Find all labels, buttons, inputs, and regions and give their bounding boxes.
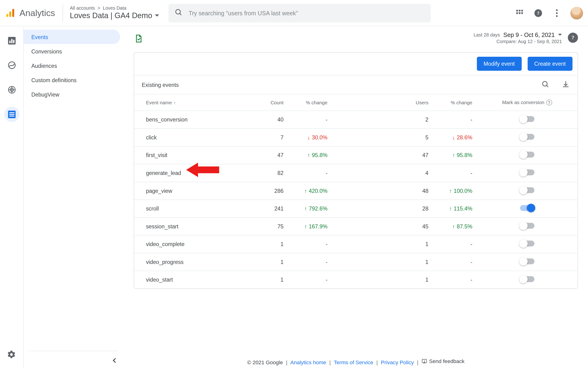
conversion-toggle[interactable] <box>520 258 534 264</box>
conversion-toggle[interactable] <box>520 276 534 282</box>
table-row[interactable]: click7 30.0%5 28.6% <box>134 129 577 147</box>
feedback-icon[interactable]: Send feedback <box>421 358 464 364</box>
footer-link-privacy[interactable]: Privacy Policy <box>381 359 414 365</box>
col-event-name[interactable]: Event name↑ <box>134 94 248 111</box>
count-cell: 47 <box>248 147 288 164</box>
conversion-toggle[interactable] <box>520 205 534 211</box>
count-change-cell: 167.9% <box>288 218 332 235</box>
rail-reports-icon[interactable] <box>4 33 19 48</box>
top-bar-actions: ? <box>515 7 583 19</box>
event-name-cell[interactable]: click <box>134 129 248 147</box>
subnav-item-events[interactable]: Events <box>24 30 120 44</box>
svg-point-3 <box>176 9 180 14</box>
users-change-cell: - <box>433 164 477 182</box>
svg-rect-10 <box>521 12 523 14</box>
table-row[interactable]: video_complete1-1- <box>134 235 577 253</box>
subnav-item-audiences[interactable]: Audiences <box>24 58 120 73</box>
svg-point-15 <box>556 15 558 17</box>
more-vert-icon[interactable] <box>552 8 562 18</box>
admin-gear-icon[interactable] <box>7 350 16 360</box>
users-change-cell: - <box>433 235 477 253</box>
help-tooltip-icon[interactable]: ? <box>546 100 552 105</box>
conversion-toggle[interactable] <box>520 116 534 122</box>
help-icon[interactable]: ? <box>533 8 543 18</box>
conversion-toggle[interactable] <box>520 241 534 247</box>
avatar[interactable] <box>570 7 583 19</box>
event-name-cell[interactable]: first_visit <box>134 147 248 164</box>
users-change-cell: - <box>433 271 477 288</box>
svg-point-14 <box>556 12 558 14</box>
apps-grid-icon[interactable] <box>515 8 525 18</box>
event-name-cell[interactable]: scroll <box>134 200 248 218</box>
top-bar: Analytics All accounts > Loves Data Love… <box>0 0 588 26</box>
property-selector[interactable]: All accounts > Loves Data Loves Data | G… <box>70 5 159 20</box>
svg-rect-5 <box>516 9 518 11</box>
col-change-count[interactable]: % change <box>288 94 332 111</box>
table-row[interactable]: video_start1-1- <box>134 271 577 288</box>
rail-configure-icon[interactable] <box>4 107 19 122</box>
svg-rect-0 <box>6 14 8 17</box>
col-count[interactable]: Count <box>248 94 288 111</box>
arrow-up-icon <box>452 223 455 230</box>
sub-nav: EventsConversionsAudiencesCustom definit… <box>24 26 124 368</box>
download-icon[interactable] <box>562 80 570 90</box>
count-cell: 1 <box>248 253 288 271</box>
search-input[interactable] <box>189 9 425 16</box>
table-row[interactable]: session_start75 167.9%45 87.5% <box>134 218 577 235</box>
table-search-icon[interactable] <box>541 80 550 90</box>
col-users[interactable]: Users <box>393 94 433 111</box>
table-row[interactable]: page_view286 420.0%48 100.0% <box>134 182 577 200</box>
count-change-cell: 95.8% <box>288 147 332 164</box>
event-name-cell[interactable]: video_progress <box>134 253 248 271</box>
left-rail <box>0 26 24 368</box>
rail-explore-icon[interactable] <box>4 58 19 73</box>
conversion-toggle[interactable] <box>520 223 534 229</box>
event-name-cell[interactable]: page_view <box>134 182 248 200</box>
subnav-divider <box>29 351 118 351</box>
conversion-toggle[interactable] <box>520 170 534 175</box>
table-row[interactable]: first_visit47 95.8%47 95.8% <box>134 147 577 164</box>
conversion-toggle[interactable] <box>520 152 534 157</box>
event-name-cell[interactable]: video_start <box>134 271 248 288</box>
footer-link-analytics-home[interactable]: Analytics home <box>290 359 326 365</box>
subnav-item-custom-definitions[interactable]: Custom definitions <box>24 73 120 87</box>
mark-conversion-cell <box>476 111 577 129</box>
svg-rect-27 <box>9 114 14 115</box>
modify-event-button[interactable]: Modify event <box>477 57 521 71</box>
create-event-button[interactable]: Create event <box>527 57 572 71</box>
date-picker[interactable]: Last 28 days Sep 9 - Oct 6, 2021 Compare… <box>474 31 562 44</box>
count-change-cell: - <box>288 253 332 271</box>
table-row[interactable]: bens_conversion40-2- <box>134 111 577 129</box>
users-change-cell: 28.6% <box>433 129 477 147</box>
date-range: Sep 9 - Oct 6, 2021 <box>503 31 555 38</box>
users-cell: 2 <box>393 111 433 129</box>
col-change-users[interactable]: % change <box>433 94 477 111</box>
subnav-item-conversions[interactable]: Conversions <box>24 44 120 58</box>
collapse-nav-icon[interactable] <box>111 357 118 366</box>
event-name-cell[interactable]: video_complete <box>134 235 248 253</box>
rail-advertising-icon[interactable] <box>4 82 19 97</box>
conversion-toggle[interactable] <box>520 187 534 193</box>
users-change-cell: 100.0% <box>433 182 477 200</box>
event-name-cell[interactable]: bens_conversion <box>134 111 248 129</box>
search-bar[interactable] <box>168 4 431 22</box>
table-row[interactable]: video_progress1-1- <box>134 253 577 271</box>
footer-link-tos[interactable]: Terms of Service <box>334 359 373 365</box>
breadcrumb: All accounts > Loves Data <box>70 5 159 11</box>
event-name-cell[interactable]: generate_lead <box>134 164 248 182</box>
users-change-cell: 87.5% <box>433 218 477 235</box>
table-row[interactable]: generate_lead82-4- <box>134 164 577 182</box>
page-badge-icon <box>134 34 143 45</box>
users-cell: 5 <box>393 129 433 147</box>
event-name-cell[interactable]: session_start <box>134 218 248 235</box>
mark-conversion-cell <box>476 218 577 235</box>
analytics-logo[interactable]: Analytics <box>5 4 63 22</box>
subnav-item-debugview[interactable]: DebugView <box>24 87 120 102</box>
conversion-toggle[interactable] <box>520 134 534 140</box>
svg-rect-28 <box>9 116 14 117</box>
count-change-cell: - <box>288 235 332 253</box>
count-cell: 1 <box>248 271 288 288</box>
count-change-cell: 30.0% <box>288 129 332 147</box>
table-row[interactable]: scroll241 792.6%28 115.4% <box>134 200 577 218</box>
info-icon[interactable]: ? <box>568 33 578 43</box>
